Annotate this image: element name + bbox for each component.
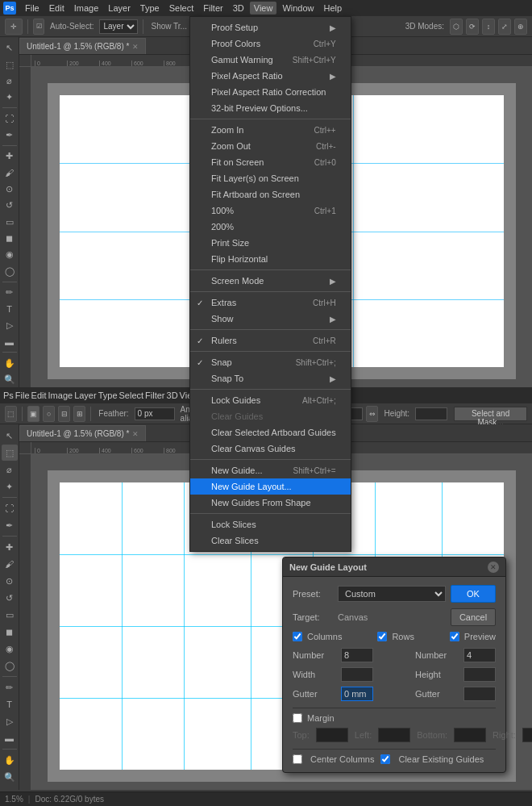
- menu-item-new-guides-shape[interactable]: New Guides From Shape: [190, 495, 351, 511]
- menu-item-proof-setup[interactable]: Proof Setup ▶: [190, 19, 351, 35]
- b-tool-eyedrop[interactable]: ✒: [2, 517, 18, 533]
- menu-filter[interactable]: Filter: [199, 2, 227, 15]
- doc-tab-top[interactable]: Untitled-1 @ 1.5% (RGB/8) * ✕: [19, 38, 146, 54]
- tool-pen[interactable]: ✏: [2, 285, 18, 300]
- tool-shape[interactable]: ▬: [2, 334, 18, 349]
- menu-b-file[interactable]: File: [15, 390, 30, 400]
- tool-blur[interactable]: ◉: [2, 247, 18, 262]
- menu-b-image[interactable]: Image: [48, 390, 73, 400]
- right-margin-input[interactable]: [522, 728, 532, 742]
- b-tool-zoom[interactable]: 🔍: [2, 769, 18, 785]
- menu-item-snap[interactable]: ✓ Snap Shift+Ctrl+;: [190, 354, 351, 370]
- doc-close-top[interactable]: ✕: [132, 43, 139, 51]
- columns-checkbox[interactable]: [293, 632, 302, 641]
- ok-button[interactable]: OK: [451, 585, 496, 603]
- number-rows-input[interactable]: [463, 648, 496, 662]
- b-tool-dodge[interactable]: ◯: [2, 658, 18, 674]
- menu-item-fit-artboard[interactable]: Fit Artboard on Screen: [190, 186, 351, 203]
- b-tool-shape[interactable]: ▬: [2, 730, 18, 746]
- b-tool-pen[interactable]: ✏: [2, 679, 18, 695]
- menu-item-fit-screen[interactable]: Fit on Screen Ctrl+0: [190, 154, 351, 170]
- 3d-mode-1[interactable]: ⬡: [450, 19, 463, 35]
- doc-close-bottom[interactable]: ✕: [132, 430, 139, 438]
- tool-lasso[interactable]: ⌀: [2, 73, 18, 89]
- menu-item-print-size[interactable]: Print Size: [190, 235, 351, 251]
- b-tool-lasso[interactable]: ⌀: [2, 461, 18, 478]
- tool-healing[interactable]: ✚: [2, 148, 18, 164]
- menu-file[interactable]: File: [21, 2, 44, 15]
- b-tool-select[interactable]: ⬚: [2, 445, 18, 461]
- single-row-select-btn[interactable]: ⊞: [73, 406, 85, 422]
- menu-item-32bit[interactable]: 32-bit Preview Options...: [190, 100, 351, 116]
- menu-help[interactable]: Help: [320, 2, 347, 15]
- menu-b-layer[interactable]: Layer: [74, 390, 97, 400]
- height-input[interactable]: [415, 407, 447, 420]
- tool-stamp[interactable]: ⊙: [2, 182, 18, 197]
- tool-eyedropper[interactable]: ✒: [2, 127, 18, 143]
- tool-history[interactable]: ↺: [2, 198, 18, 213]
- menu-item-clear-canvas-guides[interactable]: Clear Canvas Guides: [190, 441, 351, 457]
- single-col-select-btn[interactable]: ⊟: [58, 406, 70, 422]
- auto-select-checkbox[interactable]: ☑: [33, 19, 44, 35]
- swap-dimensions-btn[interactable]: ⇔: [366, 406, 378, 422]
- menu-b-edit[interactable]: Edit: [31, 390, 47, 400]
- menu-select[interactable]: Select: [165, 2, 198, 15]
- menu-item-clear-slices[interactable]: Clear Slices: [190, 532, 351, 549]
- new-guide-layout-dialog[interactable]: New Guide Layout ✕ Preset: Custom OK Tar…: [282, 557, 506, 773]
- doc-tab-bottom[interactable]: Untitled-1 @ 1.5% (RGB/8) * ✕: [19, 425, 146, 441]
- menu-item-screen-mode[interactable]: Screen Mode ▶: [190, 273, 351, 289]
- tool-gradient[interactable]: ◼: [2, 231, 18, 246]
- feather-input[interactable]: [135, 407, 175, 420]
- b-tool-eraser[interactable]: ▭: [2, 607, 18, 623]
- cancel-button[interactable]: Cancel: [451, 608, 496, 626]
- menu-item-100pct[interactable]: 100% Ctrl+1: [190, 203, 351, 219]
- b-tool-heal[interactable]: ✚: [2, 539, 18, 555]
- tool-magic-wand[interactable]: ✦: [2, 90, 18, 105]
- menu-3d[interactable]: 3D: [229, 2, 248, 15]
- gutter-rows-input[interactable]: [463, 687, 496, 701]
- ellipse-select-btn[interactable]: ○: [43, 406, 55, 422]
- menu-window[interactable]: Window: [278, 2, 318, 15]
- menu-item-clear-guides[interactable]: Clear Guides: [190, 408, 351, 424]
- tool-crop[interactable]: ⛶: [2, 111, 18, 126]
- top-margin-input[interactable]: [316, 728, 348, 742]
- b-tool-text[interactable]: T: [2, 696, 18, 712]
- clear-existing-checkbox[interactable]: [380, 754, 390, 764]
- b-tool-history[interactable]: ↺: [2, 590, 18, 606]
- 3d-mode-5[interactable]: ⊕: [514, 19, 527, 35]
- rows-checkbox[interactable]: [377, 632, 387, 641]
- 3d-mode-3[interactable]: ↕: [482, 19, 495, 35]
- gutter-cols-input[interactable]: [341, 687, 373, 701]
- tool-text[interactable]: T: [2, 301, 18, 316]
- b-tool-blur[interactable]: ◉: [2, 641, 18, 657]
- width-field-input[interactable]: [341, 667, 373, 682]
- menu-item-new-guide-layout[interactable]: New Guide Layout...: [190, 478, 351, 495]
- b-tool-arrow[interactable]: ↖: [2, 428, 18, 444]
- left-margin-input[interactable]: [378, 728, 410, 742]
- preset-select[interactable]: Custom: [338, 586, 446, 602]
- menu-item-clear-artboard-guides[interactable]: Clear Selected Artboard Guides: [190, 424, 351, 441]
- menu-item-flip-h[interactable]: Flip Horizontal: [190, 251, 351, 267]
- 3d-mode-4[interactable]: ⤢: [498, 19, 511, 35]
- b-tool-crop[interactable]: ⛶: [2, 500, 18, 516]
- margin-checkbox[interactable]: [293, 713, 302, 723]
- tool-brush[interactable]: 🖌: [2, 165, 18, 180]
- auto-select-dropdown[interactable]: Layer: [99, 19, 138, 34]
- b-tool-grad[interactable]: ◼: [2, 624, 18, 640]
- tool-hand[interactable]: ✋: [2, 355, 18, 370]
- b-tool-pathsel[interactable]: ▷: [2, 713, 18, 729]
- menu-item-zoom-in[interactable]: Zoom In Ctrl++: [190, 122, 351, 138]
- menu-b-type[interactable]: Type: [98, 390, 118, 400]
- b-tool-stamp[interactable]: ⊙: [2, 573, 18, 589]
- height-field-input[interactable]: [463, 667, 496, 682]
- menu-item-pixel-aspect-correction[interactable]: Pixel Aspect Ratio Correction: [190, 84, 351, 100]
- select-tool-btn[interactable]: ⬚: [5, 406, 17, 422]
- menu-b-filter[interactable]: Filter: [145, 390, 164, 400]
- b-tool-hand[interactable]: ✋: [2, 752, 18, 768]
- menu-view[interactable]: View: [250, 2, 277, 15]
- tool-eraser[interactable]: ▭: [2, 215, 18, 230]
- dialog-close-btn[interactable]: ✕: [488, 562, 499, 573]
- tool-select-rect[interactable]: ⬚: [2, 56, 18, 72]
- b-tool-brush[interactable]: 🖌: [2, 556, 18, 572]
- center-columns-checkbox[interactable]: [293, 754, 302, 764]
